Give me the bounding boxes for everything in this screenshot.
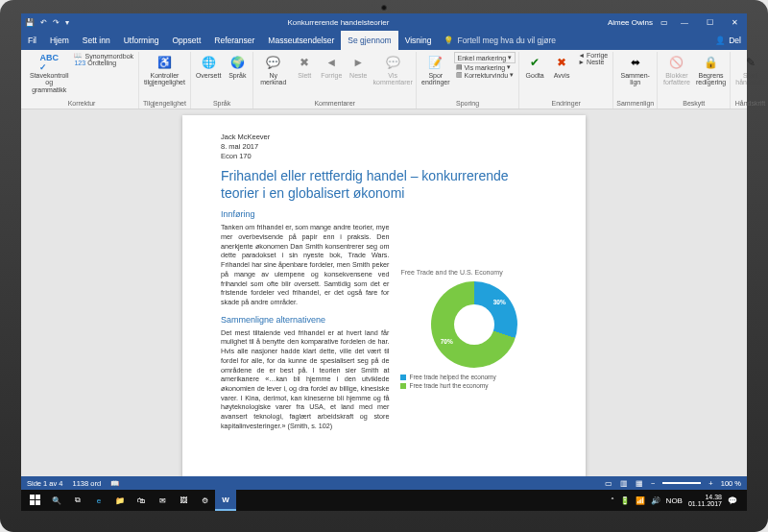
doc-author: Jack McKeever — [221, 133, 547, 142]
redo-icon[interactable]: ↷ — [53, 18, 60, 27]
reviewing-pane-button[interactable]: ▥Korrekturvindu ▾ — [454, 71, 516, 79]
tab-layout[interactable]: Oppsett — [166, 31, 208, 50]
tray-volume-icon[interactable]: 🔊 — [651, 496, 660, 505]
tray-notifications-icon[interactable]: 💬 — [728, 496, 737, 505]
start-ink-button[interactable]: ✎Start håndskrift — [733, 52, 766, 88]
accessibility-label: Kontroller tilgjengelighet — [144, 72, 185, 86]
doc-title: Frihandel eller rettferdig handel – konk… — [221, 168, 547, 202]
svg-rect-0 — [30, 495, 35, 499]
prev-change-button[interactable]: ◄Forrige — [576, 52, 610, 59]
compare-icon: ⬌ — [627, 54, 644, 71]
tab-view[interactable]: Visning — [398, 31, 439, 50]
tab-file[interactable]: Fil — [21, 31, 43, 50]
tray-lang[interactable]: NOB — [666, 496, 683, 505]
reviewing-pane-label: Korrekturvindu — [465, 72, 509, 79]
word-icon[interactable]: W — [215, 490, 236, 511]
minimize-button[interactable]: — — [676, 18, 693, 27]
reject-button[interactable]: ✖Avvis — [549, 52, 574, 81]
group-comments-label: Kommentarer — [314, 99, 354, 109]
edge-icon[interactable]: e — [88, 490, 109, 511]
block-authors-button[interactable]: 🚫Blokker forfattere — [660, 52, 693, 88]
status-page[interactable]: Side 1 av 4 — [27, 479, 63, 488]
view-read-icon[interactable]: ▭ — [605, 479, 612, 488]
start-ink-label: Start håndskrift — [735, 72, 764, 86]
accept-button[interactable]: ✔Godta — [522, 52, 547, 81]
status-lang-icon[interactable]: 📖 — [110, 479, 119, 488]
group-changes-label: Endringer — [552, 99, 581, 109]
slice-a-label: 30% — [493, 299, 506, 305]
tab-design[interactable]: Utforming — [117, 31, 166, 50]
tab-insert[interactable]: Sett inn — [76, 31, 117, 50]
tell-me-label: Fortell meg hva du vil gjøre — [457, 36, 556, 45]
task-view-icon[interactable]: ⧉ — [67, 490, 88, 511]
maximize-button[interactable]: ☐ — [701, 18, 718, 27]
compare-label: Sammen-lign — [618, 72, 652, 86]
spelling-button[interactable]: ABC✓Stavekontroll og grammatikk — [28, 52, 70, 95]
ribbon: ABC✓Stavekontroll og grammatikk 📖Synonym… — [21, 50, 747, 109]
para-intro: Tanken om frihandel er, som mange andre … — [221, 223, 389, 306]
delete-comment-label: Slett — [298, 72, 311, 79]
mail-icon[interactable]: ✉ — [152, 490, 173, 511]
tray-wifi-icon[interactable]: 📶 — [636, 496, 645, 505]
settings-icon[interactable]: ⚙ — [194, 490, 215, 511]
legend-a-label: Free trade helped the economy — [409, 374, 495, 380]
share-button[interactable]: 👤Del — [715, 36, 741, 45]
delete-comment-button[interactable]: ✖Slett — [292, 52, 317, 81]
thesaurus-button[interactable]: 📖Synonymordbok — [72, 52, 135, 60]
new-comment-button[interactable]: 💬Ny merknad — [256, 52, 290, 88]
zoom-slider[interactable] — [662, 482, 701, 484]
heading-intro: Innføring — [221, 209, 547, 219]
view-web-icon[interactable]: ▦ — [636, 479, 643, 488]
zoom-in-button[interactable]: + — [708, 479, 712, 488]
zoom-level[interactable]: 100 % — [721, 479, 741, 488]
word-count-button[interactable]: 123Ordtelling — [72, 60, 135, 66]
document-area[interactable]: Jack McKeever 8. mai 2017 Econ 170 Friha… — [21, 109, 747, 476]
ribbon-options-icon[interactable]: ▭ — [660, 18, 668, 27]
legend-swatch-a — [400, 375, 406, 380]
tray-clock[interactable]: 14.38 01.11.2017 — [688, 494, 722, 507]
zoom-out-button[interactable]: − — [651, 479, 655, 488]
prev-comment-label: Forrige — [321, 72, 342, 79]
view-print-icon[interactable]: ▥ — [620, 479, 628, 488]
undo-icon[interactable]: ↶ — [40, 18, 47, 27]
book-icon: 📖 — [74, 52, 83, 60]
track-changes-button[interactable]: 📝Spor endringer — [420, 52, 452, 88]
save-icon[interactable]: 💾 — [25, 18, 35, 27]
reject-label: Avvis — [554, 72, 570, 79]
compare-button[interactable]: ⬌Sammen-lign — [616, 52, 654, 88]
next-comment-button[interactable]: ►Neste — [346, 52, 371, 81]
user-name[interactable]: Aimee Owins — [608, 18, 653, 27]
accessibility-button[interactable]: ♿Kontroller tilgjengelighet — [142, 52, 187, 88]
tab-mailings[interactable]: Masseutsendelser — [261, 31, 341, 50]
restrict-editing-button[interactable]: 🔒Begrens redigering — [695, 52, 728, 88]
para-alternatives: Det mest tiltalende ved frihandel er at … — [221, 328, 389, 431]
next-change-button[interactable]: ►Neste — [576, 59, 610, 65]
status-words[interactable]: 1138 ord — [73, 479, 102, 488]
tell-me[interactable]: 💡Fortell meg hva du vil gjøre — [444, 36, 556, 45]
tray-chevron-icon[interactable]: ˄ — [611, 496, 614, 505]
tray-battery-icon[interactable]: 🔋 — [620, 496, 630, 505]
show-comments-button[interactable]: 💬Vis kommentarer — [372, 52, 413, 88]
prev-icon: ◄ — [578, 52, 585, 59]
bulb-icon: 💡 — [444, 36, 454, 45]
photos-icon[interactable]: 🖼 — [173, 490, 194, 511]
show-markup-button[interactable]: ▤Vis markering ▾ — [454, 63, 516, 71]
language-button[interactable]: 🌍Språk — [225, 52, 250, 81]
store-icon[interactable]: 🛍 — [131, 490, 152, 511]
tab-home[interactable]: Hjem — [43, 31, 76, 50]
tab-review[interactable]: Se gjennom — [341, 31, 397, 50]
status-bar: Side 1 av 4 1138 ord 📖 ▭ ▥ ▦ − + 100 % — [21, 476, 747, 490]
markup-mode-dropdown[interactable]: Enkel markering ▾ — [454, 52, 516, 63]
prev-comment-button[interactable]: ◄Forrige — [319, 52, 344, 81]
group-ink: ✎Start håndskrift Håndskrift — [731, 52, 768, 109]
thesaurus-label: Synonymordbok — [84, 53, 133, 60]
search-icon[interactable]: 🔍 — [46, 490, 67, 511]
explorer-icon[interactable]: 📁 — [109, 490, 131, 511]
page[interactable]: Jack McKeever 8. mai 2017 Econ 170 Friha… — [182, 115, 586, 476]
tab-references[interactable]: Referanser — [207, 31, 261, 50]
translate-button[interactable]: 🌐Oversett — [194, 52, 223, 81]
start-button[interactable] — [25, 490, 46, 511]
language-label: Språk — [228, 72, 246, 79]
new-comment-label: Ny merknad — [258, 72, 288, 86]
close-button[interactable]: ✕ — [726, 18, 743, 27]
